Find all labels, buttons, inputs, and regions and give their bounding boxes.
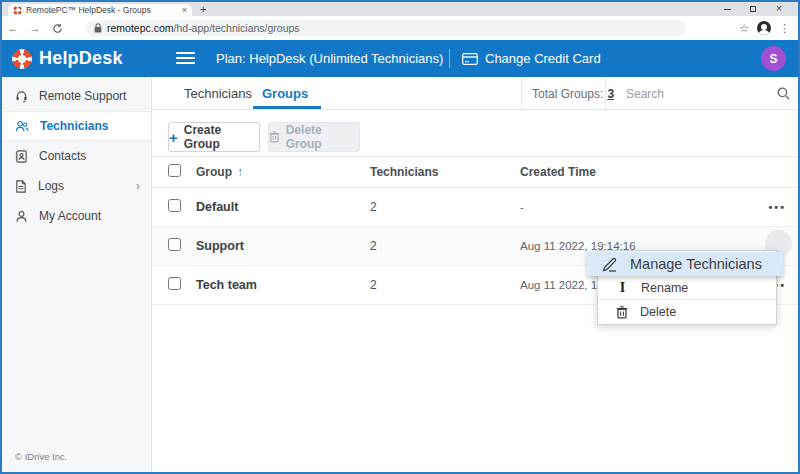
- url-field[interactable]: remotepc.com/hd-app/technicians/groups: [86, 20, 686, 36]
- browser-profile-avatar[interactable]: [757, 21, 771, 35]
- sidebar-item-label: Contacts: [39, 149, 86, 163]
- tab-close-icon[interactable]: ×: [182, 6, 187, 15]
- content-tab-bar: Technicians Groups Total Groups:3: [152, 77, 798, 110]
- window-close-button[interactable]: ×: [768, 2, 790, 16]
- column-header-created-time[interactable]: Created Time: [520, 165, 596, 179]
- column-header-technicians[interactable]: Technicians: [370, 165, 438, 179]
- delete-group-button[interactable]: Delete Group: [268, 122, 360, 152]
- window-maximize-button[interactable]: [742, 2, 764, 16]
- browser-address-bar: ← → remotepc.com/hd-app/technicians/grou…: [2, 16, 798, 40]
- user-avatar[interactable]: S: [761, 46, 786, 71]
- lock-icon: [94, 23, 102, 33]
- app-header: HelpDesk Plan: HelpDesk (Unlimited Techn…: [2, 40, 798, 77]
- brand-name: HelpDesk: [39, 48, 123, 69]
- helpdesk-logo-icon: [12, 49, 32, 69]
- app-logo: HelpDesk: [12, 40, 123, 77]
- credit-card-icon: [462, 53, 478, 65]
- trash-icon: [269, 131, 280, 143]
- window-minimize-button[interactable]: [716, 2, 738, 16]
- group-name: Support: [196, 239, 244, 253]
- row-context-menu: Manage Technicians I Rename Delete: [597, 250, 777, 325]
- logs-icon: [15, 180, 27, 193]
- technician-count: 2: [370, 239, 377, 253]
- sidebar-item-contacts[interactable]: Contacts: [2, 141, 151, 171]
- sidebar-item-label: My Account: [39, 209, 101, 223]
- total-groups-counter: Total Groups:3: [532, 77, 614, 110]
- row-checkbox[interactable]: [168, 238, 181, 251]
- forward-icon[interactable]: →: [24, 22, 46, 34]
- headset-icon: [15, 90, 28, 103]
- sidebar-item-logs[interactable]: Logs ›: [2, 171, 151, 201]
- table-header: Group↑ Technicians Created Time: [152, 156, 798, 188]
- table-row[interactable]: Default 2 - •••: [152, 188, 798, 227]
- new-tab-button[interactable]: +: [200, 3, 206, 15]
- table-actions: + Create Group Delete Group: [152, 110, 798, 156]
- sort-ascending-icon: ↑: [237, 165, 243, 179]
- copyright-text: © IDrive Inc.: [15, 451, 67, 462]
- row-menu-icon[interactable]: •••: [768, 201, 786, 213]
- active-tab-indicator: [253, 106, 321, 109]
- search-input[interactable]: [614, 87, 764, 101]
- browser-menu-icon[interactable]: ⋮: [779, 22, 790, 35]
- sidebar-item-label: Remote Support: [39, 89, 126, 103]
- text-cursor-icon: I: [616, 280, 629, 296]
- browser-tab-strip: RemotePC™ HelpDesk - Groups × + ×: [2, 2, 798, 16]
- technician-count: 2: [370, 200, 377, 214]
- tab-title: RemotePC™ HelpDesk - Groups: [26, 5, 178, 15]
- technician-count: 2: [370, 278, 377, 292]
- favicon: [13, 6, 22, 15]
- menu-item-manage-technicians[interactable]: Manage Technicians: [587, 252, 783, 276]
- tab-technicians[interactable]: Technicians: [184, 77, 252, 110]
- row-checkbox[interactable]: [168, 277, 181, 290]
- group-name: Tech team: [196, 278, 257, 292]
- trash-icon: [616, 306, 628, 319]
- sidebar-item-remote-support[interactable]: Remote Support: [2, 81, 151, 111]
- created-time: -: [520, 201, 524, 213]
- tabbar-divider: [521, 77, 522, 110]
- contacts-icon: [15, 150, 28, 163]
- hamburger-menu-icon[interactable]: [176, 52, 195, 67]
- row-checkbox[interactable]: [168, 199, 181, 212]
- menu-item-rename[interactable]: I Rename: [598, 276, 776, 300]
- sidebar-item-label: Logs: [38, 179, 64, 193]
- group-name: Default: [196, 200, 238, 214]
- sidebar-item-my-account[interactable]: My Account: [2, 201, 151, 231]
- menu-item-delete[interactable]: Delete: [598, 300, 776, 324]
- header-divider: [449, 49, 450, 68]
- column-header-group[interactable]: Group↑: [196, 165, 243, 179]
- plan-label: Plan: HelpDesk (Unlimited Technicians): [216, 40, 443, 77]
- select-all-checkbox[interactable]: [168, 164, 181, 177]
- search-box: [614, 77, 800, 110]
- sidebar-item-label: Technicians: [40, 119, 108, 133]
- sidebar: Remote Support Technicians Contacts Logs…: [2, 77, 152, 472]
- user-icon: [15, 210, 28, 223]
- url-text: remotepc.com/hd-app/technicians/groups: [107, 22, 300, 34]
- back-icon[interactable]: ←: [2, 22, 24, 34]
- reload-icon[interactable]: [46, 23, 68, 34]
- technicians-icon: [15, 120, 29, 133]
- bookmark-icon[interactable]: ☆: [739, 22, 749, 35]
- create-group-button[interactable]: + Create Group: [168, 122, 260, 152]
- search-icon[interactable]: [777, 87, 790, 100]
- chevron-right-icon: ›: [136, 179, 140, 193]
- change-credit-card-button[interactable]: Change Credit Card: [462, 40, 601, 77]
- pencil-icon: [601, 257, 618, 272]
- sidebar-item-technicians[interactable]: Technicians: [2, 111, 151, 141]
- plus-icon: +: [169, 130, 178, 145]
- browser-tab[interactable]: RemotePC™ HelpDesk - Groups ×: [8, 4, 192, 16]
- browser-window: RemotePC™ HelpDesk - Groups × + × ← → re…: [0, 0, 800, 474]
